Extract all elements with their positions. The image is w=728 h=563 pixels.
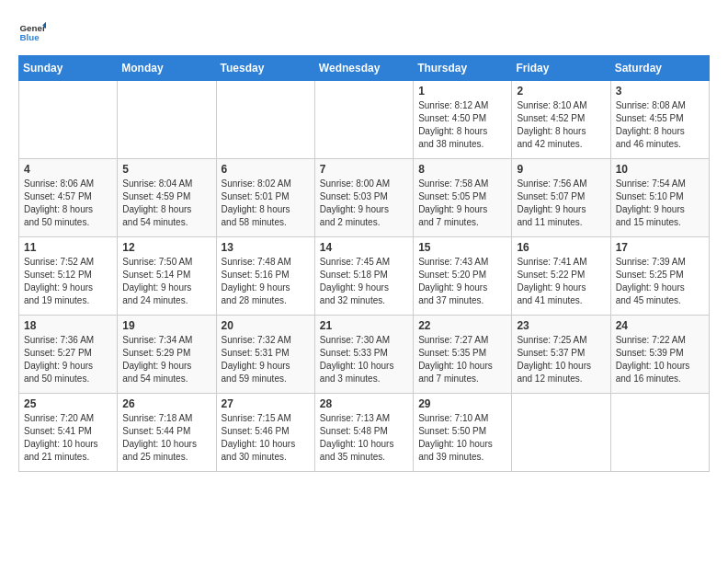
- day-number: 9: [517, 163, 605, 176]
- calendar-cell: 20Sunrise: 7:32 AM Sunset: 5:31 PM Dayli…: [216, 316, 314, 394]
- day-number: 7: [320, 163, 408, 176]
- calendar-cell: 29Sunrise: 7:10 AM Sunset: 5:50 PM Dayli…: [414, 394, 512, 472]
- calendar-header-row: SundayMondayTuesdayWednesdayThursdayFrid…: [19, 56, 710, 81]
- calendar-cell: 15Sunrise: 7:43 AM Sunset: 5:20 PM Dayli…: [414, 237, 512, 316]
- day-info: Sunrise: 8:04 AM Sunset: 4:59 PM Dayligh…: [122, 178, 210, 229]
- day-number: 18: [24, 319, 112, 332]
- header-thursday: Thursday: [414, 56, 512, 81]
- calendar-cell: 22Sunrise: 7:27 AM Sunset: 5:35 PM Dayli…: [414, 316, 512, 394]
- day-info: Sunrise: 7:41 AM Sunset: 5:22 PM Dayligh…: [517, 256, 605, 307]
- day-info: Sunrise: 7:32 AM Sunset: 5:31 PM Dayligh…: [222, 334, 310, 385]
- day-number: 23: [517, 319, 605, 332]
- day-number: 6: [222, 163, 310, 176]
- calendar-cell: 21Sunrise: 7:30 AM Sunset: 5:33 PM Dayli…: [314, 316, 413, 394]
- day-info: Sunrise: 7:15 AM Sunset: 5:46 PM Dayligh…: [222, 412, 310, 464]
- day-number: 13: [222, 241, 310, 254]
- day-info: Sunrise: 7:20 AM Sunset: 5:41 PM Dayligh…: [24, 412, 112, 464]
- logo-icon: General Blue: [18, 18, 46, 46]
- day-number: 5: [122, 163, 210, 176]
- calendar-cell: 8Sunrise: 7:58 AM Sunset: 5:05 PM Daylig…: [414, 159, 512, 237]
- day-info: Sunrise: 7:45 AM Sunset: 5:18 PM Dayligh…: [320, 256, 408, 307]
- calendar-week-2: 4Sunrise: 8:06 AM Sunset: 4:57 PM Daylig…: [19, 159, 710, 237]
- header-wednesday: Wednesday: [314, 56, 413, 81]
- calendar-cell: 26Sunrise: 7:18 AM Sunset: 5:44 PM Dayli…: [118, 394, 216, 472]
- day-number: 19: [122, 319, 210, 332]
- calendar-cell: [512, 394, 610, 472]
- calendar-cell: 25Sunrise: 7:20 AM Sunset: 5:41 PM Dayli…: [19, 394, 118, 472]
- calendar-cell: 16Sunrise: 7:41 AM Sunset: 5:22 PM Dayli…: [512, 237, 610, 316]
- day-info: Sunrise: 8:08 AM Sunset: 4:55 PM Dayligh…: [616, 99, 704, 151]
- day-number: 11: [24, 241, 112, 254]
- day-number: 28: [320, 397, 408, 410]
- day-info: Sunrise: 7:27 AM Sunset: 5:35 PM Dayligh…: [418, 334, 506, 385]
- calendar-week-5: 25Sunrise: 7:20 AM Sunset: 5:41 PM Dayli…: [19, 394, 710, 472]
- day-number: 3: [616, 85, 704, 98]
- day-info: Sunrise: 7:56 AM Sunset: 5:07 PM Dayligh…: [517, 178, 605, 229]
- calendar-week-4: 18Sunrise: 7:36 AM Sunset: 5:27 PM Dayli…: [19, 316, 710, 394]
- calendar-cell: [19, 81, 118, 159]
- calendar-cell: 13Sunrise: 7:48 AM Sunset: 5:16 PM Dayli…: [216, 237, 314, 316]
- day-number: 29: [418, 397, 506, 410]
- day-info: Sunrise: 8:02 AM Sunset: 5:01 PM Dayligh…: [222, 178, 310, 229]
- day-number: 24: [616, 319, 704, 332]
- day-number: 26: [122, 397, 210, 410]
- day-info: Sunrise: 7:36 AM Sunset: 5:27 PM Dayligh…: [24, 334, 112, 385]
- calendar-cell: 27Sunrise: 7:15 AM Sunset: 5:46 PM Dayli…: [216, 394, 314, 472]
- calendar-cell: 10Sunrise: 7:54 AM Sunset: 5:10 PM Dayli…: [610, 159, 709, 237]
- day-info: Sunrise: 8:06 AM Sunset: 4:57 PM Dayligh…: [24, 178, 112, 229]
- day-number: 2: [517, 85, 605, 98]
- calendar-cell: [118, 81, 216, 159]
- day-number: 10: [616, 163, 704, 176]
- calendar-cell: 9Sunrise: 7:56 AM Sunset: 5:07 PM Daylig…: [512, 159, 610, 237]
- day-number: 20: [222, 319, 310, 332]
- day-number: 17: [616, 241, 704, 254]
- day-number: 4: [24, 163, 112, 176]
- day-info: Sunrise: 7:25 AM Sunset: 5:37 PM Dayligh…: [517, 334, 605, 385]
- svg-text:Blue: Blue: [20, 32, 40, 42]
- calendar-cell: [314, 81, 413, 159]
- calendar-cell: 24Sunrise: 7:22 AM Sunset: 5:39 PM Dayli…: [610, 316, 709, 394]
- calendar-cell: 7Sunrise: 8:00 AM Sunset: 5:03 PM Daylig…: [314, 159, 413, 237]
- day-number: 1: [418, 85, 506, 98]
- day-info: Sunrise: 7:52 AM Sunset: 5:12 PM Dayligh…: [24, 256, 112, 307]
- day-info: Sunrise: 7:58 AM Sunset: 5:05 PM Dayligh…: [418, 178, 506, 229]
- calendar-cell: 3Sunrise: 8:08 AM Sunset: 4:55 PM Daylig…: [610, 81, 709, 159]
- header-friday: Friday: [512, 56, 610, 81]
- day-number: 27: [222, 397, 310, 410]
- calendar-week-1: 1Sunrise: 8:12 AM Sunset: 4:50 PM Daylig…: [19, 81, 710, 159]
- header-tuesday: Tuesday: [216, 56, 314, 81]
- header-saturday: Saturday: [610, 56, 709, 81]
- header-sunday: Sunday: [19, 56, 118, 81]
- day-number: 15: [418, 241, 506, 254]
- day-number: 16: [517, 241, 605, 254]
- day-info: Sunrise: 7:34 AM Sunset: 5:29 PM Dayligh…: [122, 334, 210, 385]
- calendar-cell: 23Sunrise: 7:25 AM Sunset: 5:37 PM Dayli…: [512, 316, 610, 394]
- calendar-cell: 14Sunrise: 7:45 AM Sunset: 5:18 PM Dayli…: [314, 237, 413, 316]
- day-info: Sunrise: 7:30 AM Sunset: 5:33 PM Dayligh…: [320, 334, 408, 385]
- calendar-cell: 19Sunrise: 7:34 AM Sunset: 5:29 PM Dayli…: [118, 316, 216, 394]
- calendar-table: SundayMondayTuesdayWednesdayThursdayFrid…: [18, 55, 710, 472]
- day-info: Sunrise: 7:43 AM Sunset: 5:20 PM Dayligh…: [418, 256, 506, 307]
- calendar-cell: 6Sunrise: 8:02 AM Sunset: 5:01 PM Daylig…: [216, 159, 314, 237]
- calendar-week-3: 11Sunrise: 7:52 AM Sunset: 5:12 PM Dayli…: [19, 237, 710, 316]
- day-number: 14: [320, 241, 408, 254]
- calendar-cell: 17Sunrise: 7:39 AM Sunset: 5:25 PM Dayli…: [610, 237, 709, 316]
- day-number: 21: [320, 319, 408, 332]
- calendar-cell: [610, 394, 709, 472]
- day-info: Sunrise: 8:10 AM Sunset: 4:52 PM Dayligh…: [517, 99, 605, 151]
- day-info: Sunrise: 7:54 AM Sunset: 5:10 PM Dayligh…: [616, 178, 704, 229]
- day-info: Sunrise: 7:50 AM Sunset: 5:14 PM Dayligh…: [122, 256, 210, 307]
- calendar-cell: 11Sunrise: 7:52 AM Sunset: 5:12 PM Dayli…: [19, 237, 118, 316]
- day-number: 8: [418, 163, 506, 176]
- calendar-cell: 5Sunrise: 8:04 AM Sunset: 4:59 PM Daylig…: [118, 159, 216, 237]
- day-info: Sunrise: 7:48 AM Sunset: 5:16 PM Dayligh…: [222, 256, 310, 307]
- calendar-cell: 2Sunrise: 8:10 AM Sunset: 4:52 PM Daylig…: [512, 81, 610, 159]
- calendar-cell: [216, 81, 314, 159]
- calendar-cell: 12Sunrise: 7:50 AM Sunset: 5:14 PM Dayli…: [118, 237, 216, 316]
- day-number: 12: [122, 241, 210, 254]
- page-header: General Blue: [18, 18, 710, 46]
- day-info: Sunrise: 8:00 AM Sunset: 5:03 PM Dayligh…: [320, 178, 408, 229]
- calendar-cell: 4Sunrise: 8:06 AM Sunset: 4:57 PM Daylig…: [19, 159, 118, 237]
- calendar-cell: 18Sunrise: 7:36 AM Sunset: 5:27 PM Dayli…: [19, 316, 118, 394]
- day-number: 25: [24, 397, 112, 410]
